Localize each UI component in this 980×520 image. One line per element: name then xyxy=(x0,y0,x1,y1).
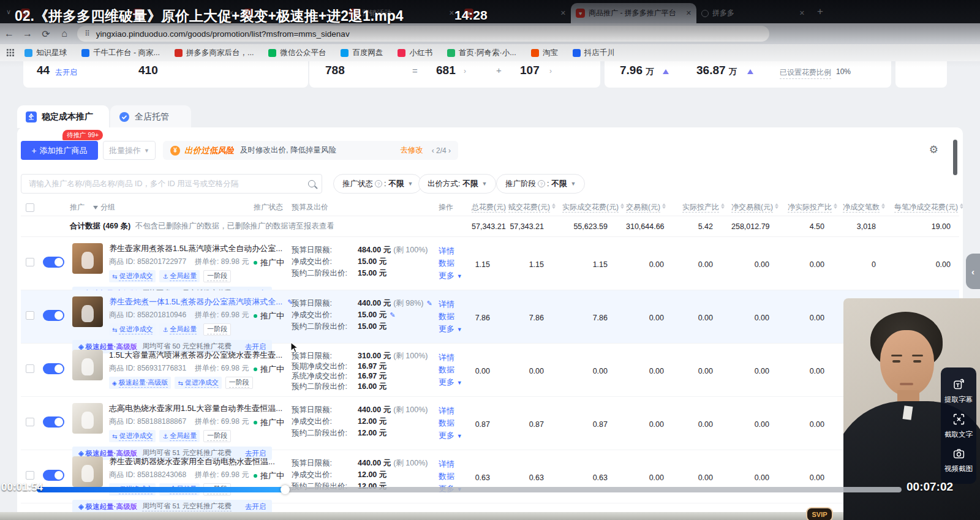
op-link[interactable]: 详情 xyxy=(439,298,472,311)
tab-whole-store-hosting[interactable]: 全店托管 xyxy=(110,105,191,128)
bookmark-item[interactable]: 淘宝 xyxy=(531,48,558,58)
tab-search-chevron-icon[interactable]: ∨ xyxy=(6,8,11,16)
settings-gear-icon[interactable]: ⚙ xyxy=(929,143,938,156)
sort-icon[interactable] xyxy=(620,203,624,209)
video-progress-track[interactable] xyxy=(37,487,902,492)
filter-funnel-icon[interactable] xyxy=(93,206,98,209)
search-icon[interactable] xyxy=(308,180,315,187)
product-tag[interactable]: ⚓全局起量 xyxy=(159,270,200,282)
sort-icon[interactable] xyxy=(721,203,725,209)
browser-tab[interactable]: ♥商品推广 - 拼多多推广平台✕ xyxy=(571,3,696,23)
filter-pill-2[interactable]: 出价方式:不限▼ xyxy=(418,174,496,194)
product-tag[interactable]: 一阶段 xyxy=(203,270,231,282)
video-tool-截取文字[interactable]: 截取文字 xyxy=(944,413,973,439)
select-all-checkbox[interactable] xyxy=(26,203,34,212)
promotion-toggle[interactable] xyxy=(43,310,64,321)
chevron-right-icon[interactable]: › xyxy=(464,67,466,75)
bookmark-item[interactable]: 微信公众平台 xyxy=(268,48,326,58)
product-title[interactable]: 志高电热烧水壶家用1.5L大容量自动养生壶恒温... xyxy=(109,403,244,414)
bookmark-item[interactable]: 首页·阿奇索·小... xyxy=(447,48,516,58)
product-tag[interactable]: 一阶段 xyxy=(225,377,253,389)
op-link[interactable]: 更多 ▼ xyxy=(439,323,472,336)
row-checkbox[interactable] xyxy=(26,258,34,266)
product-title[interactable]: 养生壶调奶器烧水壶家用全自动电热水壶恒温... xyxy=(109,456,244,467)
product-tag[interactable]: ◈极速起量·高级版 xyxy=(109,377,171,389)
op-link[interactable]: 数据 xyxy=(439,470,472,483)
product-tag[interactable]: ⚓全局起量 xyxy=(159,323,200,336)
scrollbar-thumb[interactable] xyxy=(953,140,957,175)
browser-tab[interactable]: 拼多多✕ xyxy=(696,3,810,23)
op-link[interactable]: 详情 xyxy=(439,245,472,257)
apps-grid-icon[interactable] xyxy=(6,48,15,57)
sort-icon[interactable] xyxy=(775,203,778,209)
bookmark-item[interactable]: 千牛工作台 - 商家... xyxy=(81,48,160,58)
product-tag[interactable]: 一阶段 xyxy=(203,430,231,442)
op-link[interactable]: 更多 ▼ xyxy=(439,376,472,389)
product-tag[interactable]: 一阶段 xyxy=(203,323,231,336)
speed-boost-enable-link[interactable]: 去开启 xyxy=(245,502,266,511)
product-tag[interactable]: ⇆促进净成交 xyxy=(109,323,156,336)
sort-icon[interactable] xyxy=(834,203,837,209)
product-title[interactable]: 养生壶家用煮茶器1.5L蒸汽喷淋式全自动办公室... xyxy=(109,243,244,254)
product-title[interactable]: 养生壶炖煮一体1.5L煮茶器办公室蒸汽喷淋式全... ✎ xyxy=(109,296,244,307)
column-header-metric[interactable]: 实际投产比 xyxy=(682,202,731,213)
url-field[interactable]: ⠿ yingxiao.pinduoduo.com/goods/promotion… xyxy=(77,26,769,42)
promotion-toggle[interactable] xyxy=(43,363,64,374)
op-link[interactable]: 详情 xyxy=(439,458,472,470)
op-link[interactable]: 数据 xyxy=(439,257,472,269)
column-header-metric[interactable]: 交易额(元) xyxy=(626,202,682,213)
tab-close-icon[interactable]: ✕ xyxy=(686,9,692,17)
back-icon[interactable]: ← xyxy=(0,28,18,39)
bookmark-item[interactable]: 抖店千川 xyxy=(573,48,615,58)
sort-icon[interactable] xyxy=(881,203,885,209)
column-header-metric[interactable]: 总花费(元) xyxy=(472,202,508,213)
video-tool-提取字幕[interactable]: 提取字幕 xyxy=(944,378,973,404)
op-link[interactable]: 详情 xyxy=(439,352,472,364)
edit-pencil-icon[interactable]: ✎ xyxy=(427,298,432,309)
column-header-metric[interactable]: 每笔净成交花费(元) xyxy=(894,202,959,213)
row-checkbox[interactable] xyxy=(26,471,34,480)
op-link[interactable]: 更多 ▼ xyxy=(439,429,472,442)
product-title[interactable]: 1.5L大容量蒸汽喷淋煮茶器办公室烧水壶养生壶... xyxy=(109,350,244,361)
row-checkbox[interactable] xyxy=(26,418,34,426)
promotion-toggle[interactable] xyxy=(43,416,64,428)
column-header-metric[interactable]: 成交花费(元) xyxy=(508,202,562,213)
home-icon[interactable]: ⌂ xyxy=(55,28,74,39)
collapse-handle[interactable]: ‹ xyxy=(966,254,980,289)
row-checkbox[interactable] xyxy=(26,364,34,373)
reload-icon[interactable]: ⟳ xyxy=(37,28,55,40)
bookmark-item[interactable]: 百度网盘 xyxy=(341,48,383,58)
edit-pencil-icon[interactable]: ✎ xyxy=(390,309,395,321)
filter-pill-3[interactable]: 推广阶段?:不限▼ xyxy=(496,174,585,194)
promotion-toggle[interactable] xyxy=(43,257,64,268)
tab-close-icon[interactable]: ✕ xyxy=(560,9,566,17)
stat-action-link[interactable]: 去开启 xyxy=(55,67,77,78)
site-info-icon[interactable]: ⠿ xyxy=(85,29,91,38)
op-link[interactable]: 数据 xyxy=(439,311,472,323)
bookmark-item[interactable]: 知识星球 xyxy=(24,48,67,58)
new-tab-button[interactable]: + xyxy=(817,6,823,18)
tab-close-icon[interactable]: ✕ xyxy=(449,9,454,17)
batch-operation-button[interactable]: 批量操作▼ xyxy=(103,141,156,160)
risk-pager[interactable]: ‹ 2/4 › xyxy=(432,146,451,155)
risk-fix-link[interactable]: 去修改 xyxy=(400,145,423,156)
column-header-metric[interactable]: 净交易额(元) xyxy=(731,202,788,213)
row-checkbox[interactable] xyxy=(26,311,34,320)
bookmark-item[interactable]: 小红书 xyxy=(398,48,432,58)
search-box[interactable] xyxy=(21,174,322,194)
op-link[interactable]: 数据 xyxy=(439,364,472,376)
video-tool-视频截图[interactable]: 视频截图 xyxy=(944,447,973,473)
add-promotion-button[interactable]: +添加推广商品 xyxy=(21,141,98,160)
column-header-metric[interactable]: 净成交笔数 xyxy=(843,202,894,213)
sort-icon[interactable] xyxy=(662,203,666,209)
sort-icon[interactable] xyxy=(960,203,963,209)
product-tag[interactable]: ⇆促进净成交 xyxy=(109,430,156,442)
tab-stable-cost-promotion[interactable]: 稳定成本推广 xyxy=(17,105,109,128)
op-link[interactable]: 更多 ▼ xyxy=(439,269,472,282)
product-tag[interactable]: ⇆促进净成交 xyxy=(109,270,156,282)
product-tag[interactable]: ⇆促进净成交 xyxy=(175,377,221,389)
sort-icon[interactable] xyxy=(552,203,556,209)
filter-pill-1[interactable]: 推广状态?:不限▼ xyxy=(333,174,422,194)
product-tag[interactable]: ⚓全局起量 xyxy=(159,430,200,442)
op-link[interactable]: 数据 xyxy=(439,417,472,429)
